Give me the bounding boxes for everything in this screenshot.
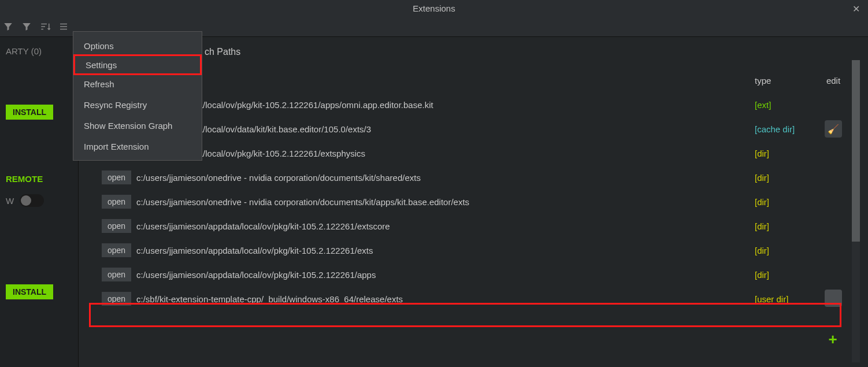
type-label: [dir] (755, 197, 769, 207)
open-button[interactable]: open (102, 292, 131, 306)
install-button-2[interactable]: INSTALL (6, 284, 53, 299)
open-button[interactable]: open (102, 268, 131, 281)
path-text: c:/users/jjamieson/appdata/local/ov/pkg/… (136, 270, 376, 280)
scrollbar-thumb[interactable] (852, 60, 860, 242)
toggle-label: W (6, 196, 14, 206)
path-text: c:/users/jjamieson/onedrive - nvidia cor… (136, 173, 421, 183)
menu-item-import[interactable]: Import Extension (73, 136, 202, 157)
edit-path-button[interactable] (825, 290, 842, 307)
close-icon[interactable]: ✕ (852, 3, 860, 14)
sort-icon[interactable] (39, 21, 51, 32)
path-row: amieson/appdata/local/ov/data/kit/kit.ba… (89, 117, 851, 141)
toggle-switch[interactable] (20, 194, 44, 207)
funnel-icon[interactable] (2, 21, 14, 32)
filter-icon[interactable] (21, 21, 32, 32)
add-path-button[interactable]: + (824, 331, 841, 348)
menu-item-options[interactable]: Options (73, 35, 202, 56)
broom-icon: 🧹 (828, 124, 839, 135)
install-button-1[interactable]: INSTALL (6, 105, 53, 120)
path-row: amieson/appdata/local/ov/pkg/kit-105.2.1… (89, 92, 851, 117)
plus-icon: + (828, 331, 837, 349)
open-button[interactable]: open (102, 170, 131, 184)
titlebar: Extensions ✕ (0, 0, 868, 16)
header-row: type edit (89, 68, 851, 92)
type-label: [ext] (755, 100, 771, 110)
party-label: ARTY (0) (6, 46, 72, 56)
window-title: Extensions (413, 3, 455, 13)
open-button[interactable]: open (102, 195, 131, 209)
menu-item-refresh[interactable]: Refresh (73, 73, 202, 94)
remote-label: REMOTE (6, 174, 72, 184)
type-label: [user dir] (755, 294, 788, 304)
header-edit: edit (816, 76, 851, 86)
type-label: [dir] (755, 221, 769, 231)
type-label: [dir] (755, 173, 769, 183)
sidebar: ARTY (0) INSTALL REMOTE W INSTALL (0, 37, 79, 367)
menu-item-settings[interactable]: Settings (73, 54, 202, 75)
path-row: openc:/users/jjamieson/appdata/local/ov/… (89, 214, 851, 238)
list-icon[interactable] (58, 21, 69, 32)
path-row: openc:/users/jjamieson/appdata/local/ov/… (89, 238, 851, 262)
menu-item-graph[interactable]: Show Extension Graph (73, 115, 202, 136)
type-label: [cache dir] (755, 124, 795, 134)
type-label: [dir] (755, 149, 769, 158)
path-row: amieson/appdata/local/ov/pkg/kit-105.2.1… (89, 141, 851, 165)
context-menu: Options Settings Refresh Resync Registry… (73, 31, 202, 161)
path-text: c:/users/jjamieson/onedrive - nvidia cor… (136, 197, 469, 207)
toggle-row: W (6, 194, 72, 207)
path-row: openc:/sbf/kit-extension-template-cpp/_b… (89, 287, 851, 311)
path-text: c:/users/jjamieson/appdata/local/ov/pkg/… (136, 221, 390, 231)
open-button[interactable]: open (102, 219, 131, 233)
path-row: openc:/users/jjamieson/onedrive - nvidia… (89, 190, 851, 214)
open-button[interactable]: open (102, 243, 131, 257)
scrollbar[interactable] (852, 60, 860, 362)
path-text: c:/users/jjamieson/appdata/local/ov/pkg/… (136, 246, 373, 255)
type-label: [dir] (755, 270, 769, 280)
path-text: c:/sbf/kit-extension-template-cpp/_build… (136, 294, 403, 304)
path-row: openc:/users/jjamieson/onedrive - nvidia… (89, 165, 851, 190)
menu-item-resync[interactable]: Resync Registry (73, 94, 202, 115)
type-label: [dir] (755, 246, 769, 255)
header-type: type (755, 76, 816, 86)
path-row: openc:/users/jjamieson/appdata/local/ov/… (89, 262, 851, 287)
clear-cache-button[interactable]: 🧹 (825, 120, 842, 138)
